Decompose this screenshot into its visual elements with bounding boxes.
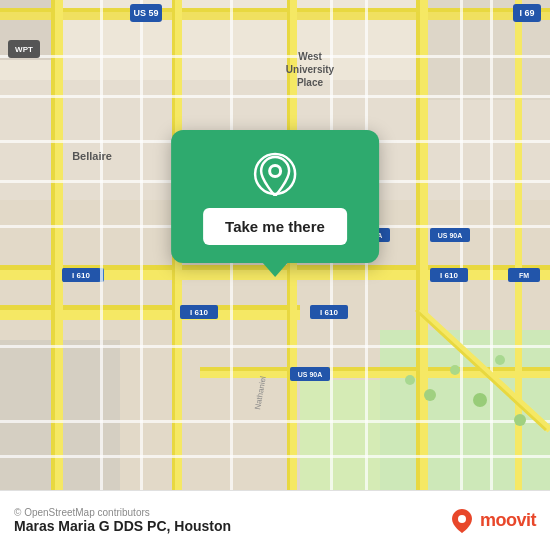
- svg-text:US 90A: US 90A: [438, 232, 463, 239]
- svg-rect-16: [0, 305, 300, 310]
- svg-rect-36: [100, 0, 103, 490]
- svg-text:Bellaire: Bellaire: [72, 150, 112, 162]
- svg-text:US 59: US 59: [133, 8, 158, 18]
- svg-text:I 610: I 610: [190, 308, 208, 317]
- svg-text:I 610: I 610: [440, 271, 458, 280]
- svg-text:I 610: I 610: [72, 271, 90, 280]
- svg-rect-10: [0, 12, 550, 20]
- svg-point-80: [271, 167, 279, 175]
- bottom-bar: © OpenStreetMap contributors Maras Maria…: [0, 490, 550, 550]
- place-name: Maras Maria G DDS PC, Houston: [14, 518, 231, 534]
- svg-rect-19: [55, 0, 63, 490]
- svg-text:West: West: [298, 51, 322, 62]
- svg-point-70: [424, 389, 436, 401]
- svg-text:Place: Place: [297, 77, 324, 88]
- svg-rect-28: [0, 55, 550, 58]
- svg-text:FM: FM: [519, 272, 529, 279]
- svg-rect-35: [0, 455, 550, 458]
- svg-rect-25: [420, 0, 428, 490]
- svg-point-74: [514, 414, 526, 426]
- svg-text:US 90A: US 90A: [298, 371, 323, 378]
- svg-text:WPT: WPT: [15, 45, 33, 54]
- svg-rect-11: [0, 8, 550, 12]
- svg-rect-26: [416, 0, 420, 490]
- svg-point-73: [495, 355, 505, 365]
- moovit-logo: moovit: [448, 507, 536, 535]
- svg-text:I 610: I 610: [320, 308, 338, 317]
- svg-point-81: [458, 515, 466, 523]
- svg-rect-34: [0, 420, 550, 423]
- svg-rect-42: [490, 0, 493, 490]
- svg-text:University: University: [286, 64, 335, 75]
- svg-rect-15: [0, 310, 300, 320]
- svg-rect-20: [51, 0, 55, 490]
- svg-point-69: [405, 375, 415, 385]
- svg-rect-33: [0, 345, 550, 348]
- location-pin-icon: [253, 152, 297, 196]
- map-container: US 59 I 69 I 610 I 610 I 610 I 610 US 90…: [0, 0, 550, 490]
- svg-rect-37: [140, 0, 143, 490]
- svg-text:I 69: I 69: [519, 8, 534, 18]
- moovit-label: moovit: [480, 510, 536, 531]
- moovit-pin-icon: [448, 507, 476, 535]
- svg-rect-41: [460, 0, 463, 490]
- copyright-text: © OpenStreetMap contributors: [14, 507, 231, 518]
- bottom-left: © OpenStreetMap contributors Maras Maria…: [14, 507, 231, 534]
- take-me-there-button[interactable]: Take me there: [203, 208, 347, 245]
- svg-point-71: [450, 365, 460, 375]
- svg-rect-18: [200, 367, 550, 371]
- svg-point-72: [473, 393, 487, 407]
- popup-card: Take me there: [171, 130, 379, 263]
- svg-rect-29: [0, 95, 550, 98]
